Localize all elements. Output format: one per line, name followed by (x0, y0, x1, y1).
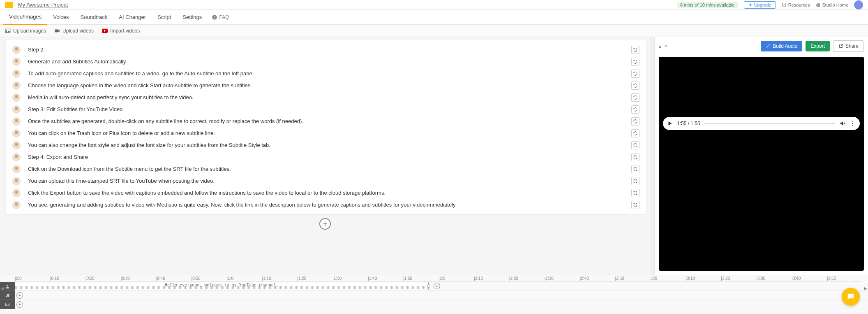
collapse-left-icon[interactable]: « (665, 43, 667, 49)
script-line-text[interactable]: Once the subtitles are generated, double… (28, 117, 624, 126)
add-music-button[interactable]: + (16, 292, 23, 299)
regenerate-button[interactable] (631, 201, 639, 209)
volume-button[interactable] (839, 120, 846, 127)
add-image-button[interactable]: + (16, 301, 23, 308)
script-line-text[interactable]: Click on the Download icon from the Subt… (28, 165, 624, 173)
script-row[interactable]: Media.io will auto-detect and perfectly … (6, 91, 646, 103)
import-videos-button[interactable]: Import videos (102, 28, 140, 34)
upgrade-button[interactable]: Upgrade (744, 1, 776, 9)
tab-soundtrack[interactable]: Soundtrack (75, 10, 113, 25)
timeline-scroll-left[interactable]: ◀ (1, 286, 4, 291)
script-row[interactable]: Click on the Download icon from the Subt… (6, 163, 646, 175)
play-button[interactable] (667, 121, 673, 126)
video-preview[interactable]: 1:55 / 1:55 (659, 57, 864, 271)
clip-end-handle[interactable] (427, 284, 430, 288)
row-avatar[interactable] (12, 117, 21, 126)
share-button[interactable]: Share (833, 40, 864, 52)
track-image-icon[interactable] (0, 300, 15, 309)
add-clip-button[interactable]: + (434, 283, 440, 289)
script-row[interactable]: To add auto-generated captions and subti… (6, 67, 646, 79)
script-line-text[interactable]: Step 4: Export and Share (28, 153, 624, 161)
script-row[interactable]: Step 4: Export and Share (6, 151, 646, 163)
timeline-tick: |2:0 (439, 276, 446, 281)
row-avatar[interactable] (12, 201, 21, 209)
studio-home-link[interactable]: Studio Home (815, 2, 848, 7)
project-name[interactable]: My Awesome Project (18, 2, 68, 8)
voice-track[interactable]: Hello everyone, welcome to my YouTube ch… (15, 282, 868, 291)
tab-ai-changer[interactable]: AI Changer (113, 10, 152, 25)
row-avatar[interactable] (12, 165, 21, 173)
script-line-text[interactable]: You see, generating and adding subtitles… (28, 200, 624, 209)
row-avatar[interactable] (12, 93, 21, 102)
script-row[interactable]: You can also change the font style and a… (6, 139, 646, 151)
track-music-icon[interactable] (0, 291, 15, 300)
row-avatar[interactable] (12, 129, 21, 137)
scrollbar[interactable] (650, 37, 654, 275)
timeline-scroll-right[interactable]: ▶ (864, 286, 867, 291)
chat-fab[interactable] (842, 288, 860, 306)
row-avatar[interactable] (12, 189, 21, 197)
script-line-text[interactable]: Generate and add Subtitles Automatically (28, 57, 624, 66)
upload-toolbar: Upload images Upload videos Import video… (0, 25, 868, 37)
script-row[interactable]: You see, generating and adding subtitles… (6, 199, 646, 211)
tab-video-images[interactable]: Video/Images (3, 10, 47, 25)
tab-script[interactable]: Script (152, 10, 177, 25)
regenerate-button[interactable] (631, 129, 639, 137)
script-row[interactable]: You can upload this time-stamped SRT fil… (6, 175, 646, 187)
timeline-tick: |1:50 (403, 276, 412, 281)
progress-bar[interactable] (704, 123, 835, 124)
script-line-text[interactable]: To add auto-generated captions and subti… (28, 69, 624, 78)
row-avatar[interactable] (12, 81, 21, 90)
build-audio-button[interactable]: Build Audio (761, 41, 802, 51)
regenerate-button[interactable] (631, 165, 639, 173)
script-line-text[interactable]: Step 3: Edit Subtitles for YouTube Video (28, 105, 624, 114)
add-block-button[interactable]: + (319, 218, 331, 230)
script-line-text[interactable]: Step 2. (28, 45, 624, 54)
music-track[interactable]: + (15, 291, 868, 300)
script-line-text[interactable]: You can upload this time-stamped SRT fil… (28, 177, 624, 185)
regenerate-button[interactable] (631, 117, 639, 126)
script-line-text[interactable]: You can click on the Trash icon or Plus … (28, 129, 624, 137)
row-avatar[interactable] (12, 177, 21, 185)
resources-link[interactable]: Resources (782, 2, 810, 7)
script-row[interactable]: Generate and add Subtitles Automatically (6, 56, 646, 67)
row-avatar[interactable] (12, 105, 21, 114)
script-line-text[interactable]: Click the Export button to save the vide… (28, 188, 624, 197)
regenerate-button[interactable] (631, 81, 639, 90)
faq-link[interactable]: ? FAQ (208, 14, 233, 20)
regenerate-button[interactable] (631, 93, 639, 102)
collapse-up-icon[interactable]: ▴ (659, 43, 661, 49)
script-line-text[interactable]: Media.io will auto-detect and perfectly … (28, 93, 624, 102)
tab-voices[interactable]: Voices (47, 10, 74, 25)
timeline-ruler[interactable]: |0:0|0:10|0:20|0:30|0:40|0:50|1:0|1:10|1… (15, 275, 862, 282)
script-row[interactable]: Step 3: Edit Subtitles for YouTube Video (6, 103, 646, 115)
script-row[interactable]: Click the Export button to save the vide… (6, 187, 646, 199)
script-row[interactable]: Step 2. (6, 44, 646, 56)
row-avatar[interactable] (12, 70, 21, 78)
upload-videos-button[interactable]: Upload videos (54, 28, 94, 34)
script-row[interactable]: Choose the language spoken in the video … (6, 79, 646, 91)
user-avatar[interactable] (854, 0, 863, 9)
row-avatar[interactable] (12, 58, 21, 66)
voice-clip[interactable]: Hello everyone, welcome to my YouTube ch… (15, 282, 429, 290)
regenerate-button[interactable] (631, 141, 639, 149)
script-row[interactable]: You can click on the Trash icon or Plus … (6, 127, 646, 139)
regenerate-button[interactable] (631, 70, 639, 78)
row-avatar[interactable] (12, 46, 21, 54)
tab-settings[interactable]: Settings (177, 10, 208, 25)
regenerate-button[interactable] (631, 58, 639, 66)
image-track[interactable]: + (15, 300, 868, 309)
script-line-text[interactable]: You can also change the font style and a… (28, 141, 624, 149)
script-row[interactable]: Once the subtitles are generated, double… (6, 115, 646, 127)
regenerate-button[interactable] (631, 177, 639, 185)
script-line-text[interactable]: Choose the language spoken in the video … (28, 81, 624, 90)
regenerate-button[interactable] (631, 189, 639, 197)
export-button[interactable]: Export (806, 41, 830, 51)
regenerate-button[interactable] (631, 153, 639, 161)
regenerate-button[interactable] (631, 46, 639, 54)
row-avatar[interactable] (12, 153, 21, 161)
row-avatar[interactable] (12, 141, 21, 149)
upload-images-button[interactable]: Upload images (5, 28, 46, 34)
regenerate-button[interactable] (631, 105, 639, 114)
more-options-button[interactable] (850, 121, 856, 126)
